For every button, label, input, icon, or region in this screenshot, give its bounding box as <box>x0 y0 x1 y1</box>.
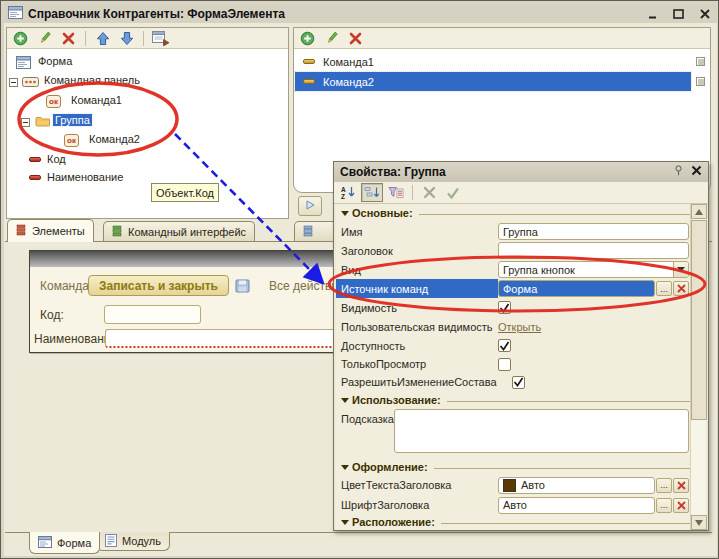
name-input[interactable]: Группа <box>498 223 689 240</box>
categories-icon[interactable] <box>361 183 383 202</box>
ellipsis-button[interactable]: ... <box>656 498 672 513</box>
preview-button[interactable] <box>298 196 322 216</box>
name-field[interactable] <box>105 329 336 348</box>
properties-window: Свойства: Группа AZ Основные: Имя Группа <box>333 161 709 531</box>
color-swatch <box>503 479 516 492</box>
section-label: Расположение: <box>352 516 435 528</box>
bottom-tab-module[interactable]: Модуль <box>96 532 170 551</box>
section-header[interactable]: Оформление: <box>336 459 692 475</box>
tab-label: Элементы <box>32 225 85 237</box>
property-row-partial <box>336 529 692 530</box>
collapse-icon[interactable] <box>9 77 18 89</box>
elements-tree: Форма Командная панель ок Команда1 Групп… <box>7 49 288 218</box>
window-title: Справочник Контрагенты: ФормаЭлемента <box>28 7 285 21</box>
command-checkbox[interactable] <box>696 77 705 86</box>
title-color-input[interactable]: Авто <box>498 477 655 494</box>
form-icon <box>16 56 31 71</box>
app-window: Справочник Контрагенты: ФормаЭлемента Фо… <box>0 0 719 559</box>
property-row-visibility[interactable]: Видимость <box>336 298 692 317</box>
close-icon[interactable] <box>691 165 702 179</box>
close-button[interactable] <box>696 6 713 21</box>
add-icon[interactable] <box>10 29 31 48</box>
clear-icon[interactable] <box>673 281 689 296</box>
bottom-tab-form[interactable]: Форма <box>29 532 100 554</box>
command-list-item[interactable]: Команда2 <box>295 72 691 91</box>
allow-change-checkbox[interactable] <box>512 376 525 389</box>
pin-icon[interactable] <box>674 165 683 179</box>
property-row-tooltip[interactable]: Подсказка <box>336 409 692 459</box>
readonly-checkbox[interactable] <box>498 358 511 371</box>
scrollbar-thumb[interactable] <box>691 220 707 420</box>
property-row-enabled[interactable]: Доступность <box>336 336 692 355</box>
delete-icon[interactable] <box>58 29 79 48</box>
title-bar[interactable]: Справочник Контрагенты: ФормаЭлемента <box>4 4 717 23</box>
properties-title-bar[interactable]: Свойства: Группа <box>334 162 708 182</box>
ellipsis-button[interactable]: ... <box>656 281 672 296</box>
title-font-input[interactable]: Авто <box>498 497 655 514</box>
edit-icon[interactable] <box>321 29 342 48</box>
property-row-name[interactable]: Имя Группа <box>336 222 692 241</box>
form-settings-icon[interactable] <box>150 29 171 48</box>
cancel-icon[interactable] <box>418 183 440 202</box>
add-icon[interactable] <box>297 29 318 48</box>
command-checkbox[interactable] <box>696 57 705 66</box>
tab-label: Модуль <box>122 535 161 547</box>
property-row-title[interactable]: Заголовок <box>336 241 692 260</box>
edit-icon[interactable] <box>34 29 55 48</box>
property-row-allow-change[interactable]: РазрешитьИзменениеСостава <box>336 373 692 391</box>
chevron-down-icon[interactable] <box>673 262 688 277</box>
delete-icon[interactable] <box>345 29 366 48</box>
section-header[interactable]: Основные: <box>336 204 692 222</box>
svg-text:Z: Z <box>341 193 345 200</box>
tree-item-label: Командная панель <box>44 74 140 86</box>
scroll-down-icon[interactable] <box>691 515 707 530</box>
property-row-command-source[interactable]: Источник команд Форма ... <box>336 279 692 298</box>
tree-item-label: Код <box>47 153 66 165</box>
tab-command-interface[interactable]: Командный интерфейс <box>103 221 255 241</box>
window-icon <box>8 6 23 21</box>
kind-select[interactable]: Группа кнопок <box>498 261 689 278</box>
visibility-checkbox[interactable] <box>498 301 511 314</box>
svg-text:A: A <box>341 186 346 193</box>
section-header[interactable]: Использование: <box>336 391 692 409</box>
command-icon <box>303 79 315 84</box>
apply-icon[interactable] <box>442 183 464 202</box>
tab-elements[interactable]: Элементы <box>7 219 94 242</box>
module-icon <box>105 534 117 549</box>
field-icon <box>29 157 41 162</box>
tab-label: Форма <box>57 537 91 549</box>
save-icon[interactable] <box>231 277 253 295</box>
property-row-user-visibility[interactable]: Пользовательская видимость Открыть <box>336 317 692 336</box>
save-close-button[interactable]: Записать и закрыть <box>88 275 229 296</box>
clear-icon[interactable] <box>673 478 689 493</box>
ellipsis-button[interactable]: ... <box>656 478 672 493</box>
property-row-title-font[interactable]: ШрифтЗаголовка Авто ... <box>336 495 692 515</box>
sort-az-icon[interactable]: AZ <box>337 183 359 202</box>
move-up-icon[interactable] <box>92 29 113 48</box>
filter-icon[interactable] <box>385 183 407 202</box>
properties-title: Свойства: Группа <box>340 165 446 179</box>
clear-icon[interactable] <box>673 498 689 513</box>
code-field[interactable] <box>104 305 201 324</box>
red-stack-icon <box>16 224 27 238</box>
move-down-icon[interactable] <box>116 29 137 48</box>
enabled-checkbox[interactable] <box>498 339 511 352</box>
properties-scrollbar[interactable] <box>690 204 706 530</box>
command-source-input[interactable]: Форма <box>498 280 655 297</box>
command-bar-icon <box>22 77 39 89</box>
section-header[interactable]: Расположение: <box>336 515 692 529</box>
minimize-button[interactable] <box>644 6 661 21</box>
scroll-up-icon[interactable] <box>691 204 707 219</box>
property-row-title-color[interactable]: ЦветТекстаЗаголовка Авто ... <box>336 475 692 495</box>
form-preview-header <box>30 251 336 267</box>
tooltip-textarea[interactable] <box>394 409 689 453</box>
property-row-kind[interactable]: Вид Группа кнопок <box>336 260 692 279</box>
command-list-item[interactable]: Команда1 <box>295 52 691 71</box>
folder-icon <box>35 115 50 129</box>
collapse-icon[interactable] <box>21 117 30 129</box>
maximize-button[interactable] <box>670 6 687 21</box>
property-row-readonly[interactable]: ТолькоПросмотр <box>336 355 692 373</box>
open-link[interactable]: Открыть <box>498 321 541 333</box>
command-label: Команда2 <box>323 76 374 88</box>
title-input[interactable] <box>498 242 689 259</box>
